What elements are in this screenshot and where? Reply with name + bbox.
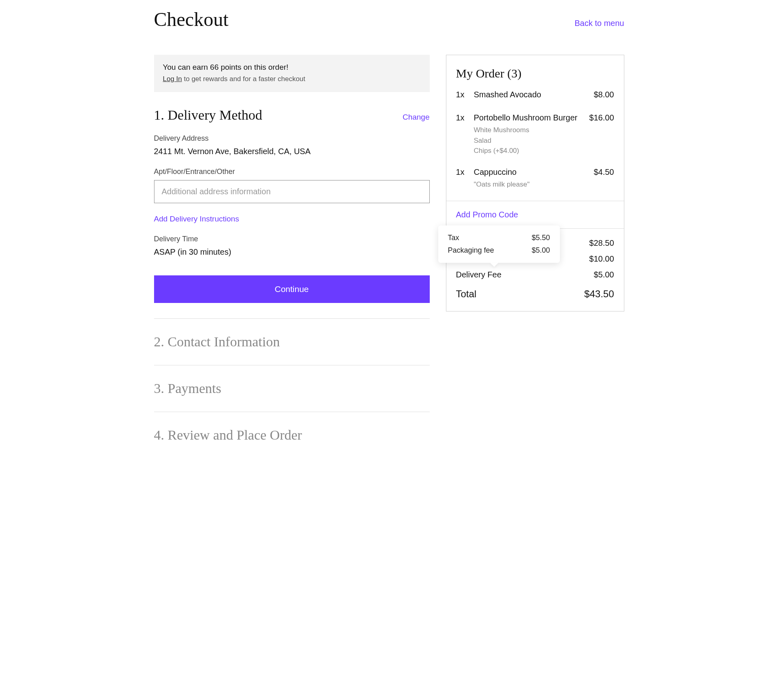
order-header: My Order (3) [446,55,624,90]
order-line-item: 1x Cappuccino "Oats milk please" $4.50 [456,167,614,190]
change-delivery-link[interactable]: Change [403,113,430,122]
item-name: Portobello Mushroom Burger [474,113,583,122]
points-banner: You can earn 66 points on this order! Lo… [154,55,430,92]
item-qty: 1x [456,113,467,156]
item-name: Smashed Avocado [474,90,587,99]
divider [154,318,430,319]
continue-button[interactable]: Continue [154,275,430,303]
item-qty: 1x [456,167,467,190]
apt-group: Apt/Floor/Entrance/Other [154,167,430,203]
tooltip-tax-value: $5.50 [532,234,550,242]
delivery-time-group: Delivery Time ASAP (in 30 minutes) [154,235,430,257]
apt-input[interactable] [154,180,430,203]
login-link[interactable]: Log In [163,75,182,83]
item-name: Cappuccino [474,167,587,177]
apt-label: Apt/Floor/Entrance/Other [154,167,430,176]
tooltip-packaging-label: Packaging fee [448,246,494,255]
item-modifier: Chips (+$4.00) [474,146,583,156]
promo-row: Add Promo Code [446,201,624,229]
delivery-address-label: Delivery Address [154,134,430,143]
item-qty: 1x [456,90,467,102]
delivery-address-value: 2411 Mt. Vernon Ave, Bakersfield, CA, US… [154,147,430,156]
back-to-menu-link[interactable]: Back to menu [574,19,624,28]
add-promo-code-link[interactable]: Add Promo Code [456,210,518,219]
add-delivery-instructions-link[interactable]: Add Delivery Instructions [154,215,239,223]
order-items: 1x Smashed Avocado $8.00 1x Portobello M… [446,90,624,193]
section-review-title: 4. Review and Place Order [154,427,430,443]
points-earn-text: You can earn 66 points on this order! [163,63,421,72]
order-line-item: 1x Portobello Mushroom Burger White Mush… [456,113,614,156]
points-login-line: Log In to get rewards and for a faster c… [163,75,421,83]
order-summary-column: My Order (3) 1x Smashed Avocado $8.00 1x… [446,55,624,311]
section-payments-title: 3. Payments [154,381,430,396]
total-label: Total [456,288,477,300]
delivery-time-label: Delivery Time [154,235,430,243]
taxfees-value: $10.00 [589,254,614,264]
order-line-item: 1x Smashed Avocado $8.00 [456,90,614,102]
subtotal-value: $28.50 [589,238,614,248]
deliveryfee-row: Delivery Fee $5.00 [456,270,614,279]
taxfees-tooltip: Tax $5.50 Packaging fee $5.00 [438,225,560,263]
points-login-suffix: to get rewards and for a faster checkout [182,75,305,83]
delivery-address-group: Delivery Address 2411 Mt. Vernon Ave, Ba… [154,134,430,156]
section-delivery-title: 1. Delivery Method [154,107,262,123]
total-value: $43.50 [584,288,614,300]
total-row: Total $43.50 [456,288,614,300]
divider [154,365,430,365]
item-modifier: White Mushrooms [474,125,583,135]
deliveryfee-value: $5.00 [594,270,614,279]
item-note: "Oats milk please" [474,179,587,190]
item-price: $8.00 [594,90,614,102]
header-row: Checkout Back to menu [154,8,624,30]
checkout-steps: You can earn 66 points on this order! Lo… [154,55,430,443]
item-modifier: Salad [474,135,583,146]
tooltip-tax-label: Tax [448,234,459,242]
checkout-page: Checkout Back to menu You can earn 66 po… [154,8,624,443]
item-price: $16.00 [589,113,614,156]
deliveryfee-label: Delivery Fee [456,270,502,279]
delivery-time-value: ASAP (in 30 minutes) [154,247,430,257]
section-delivery: 1. Delivery Method Change Delivery Addre… [154,107,430,303]
order-card: My Order (3) 1x Smashed Avocado $8.00 1x… [446,55,624,311]
tooltip-packaging-value: $5.00 [532,246,550,255]
divider [154,412,430,412]
section-contact-title: 2. Contact Information [154,334,430,350]
item-price: $4.50 [594,167,614,190]
page-title: Checkout [154,8,229,30]
